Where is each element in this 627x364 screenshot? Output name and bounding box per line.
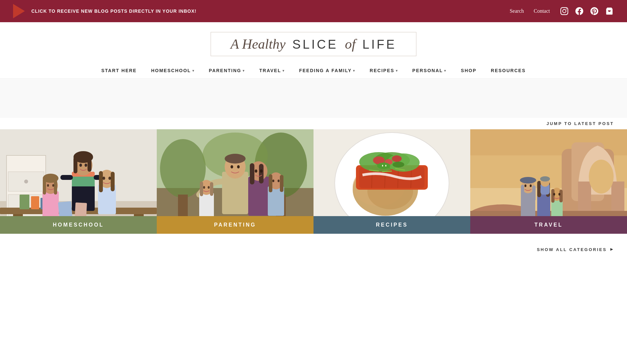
chevron-down-icon: ▾ — [282, 69, 285, 72]
svg-rect-23 — [60, 175, 73, 180]
category-card-parenting[interactable]: PARENTING — [157, 129, 314, 234]
nav-label-recipes: RECIPES — [370, 68, 394, 73]
svg-point-22 — [85, 164, 87, 167]
nav-item-parenting[interactable]: PARENTING ▾ — [202, 68, 252, 73]
svg-point-128 — [553, 193, 555, 196]
svg-rect-20 — [88, 157, 91, 172]
svg-point-51 — [237, 165, 240, 168]
svg-rect-101 — [578, 182, 591, 214]
logo-of: of — [342, 37, 359, 52]
category-card-homeschool[interactable]: HOMESCHOOL — [0, 129, 157, 234]
contact-link[interactable]: Contact — [534, 8, 550, 14]
search-link[interactable]: Search — [510, 8, 524, 14]
ad-space — [0, 79, 627, 118]
logo-script: A Healthy — [231, 37, 289, 52]
banner-right: Search Contact — [510, 7, 614, 16]
chevron-down-icon: ▾ — [444, 69, 446, 72]
banner-arrow-icon — [13, 4, 25, 18]
svg-point-56 — [255, 169, 257, 173]
svg-point-31 — [52, 184, 54, 187]
svg-point-57 — [260, 169, 263, 173]
nav-label-feeding-family: FEEDING A FAMILY — [299, 68, 352, 73]
svg-rect-111 — [521, 185, 524, 201]
svg-rect-11 — [31, 196, 39, 209]
svg-rect-126 — [551, 189, 555, 203]
nav-label-parenting: PARENTING — [209, 68, 241, 73]
svg-point-36 — [103, 177, 105, 180]
chevron-down-icon: ▾ — [396, 69, 398, 72]
svg-point-62 — [203, 186, 205, 189]
category-label-parenting: PARENTING — [157, 216, 314, 234]
svg-point-42 — [160, 139, 206, 198]
logo-caps: SLICE — [292, 38, 338, 51]
svg-point-5 — [24, 180, 28, 183]
svg-point-123 — [540, 176, 550, 182]
svg-point-69 — [278, 180, 280, 182]
instagram-icon[interactable] — [560, 7, 569, 16]
chevron-down-icon: ▾ — [192, 69, 195, 72]
svg-rect-91 — [382, 165, 383, 166]
category-card-recipes[interactable]: RECIPES — [314, 129, 470, 234]
svg-point-68 — [272, 180, 274, 182]
svg-point-89 — [377, 163, 390, 169]
nav-item-shop[interactable]: SHOP — [454, 68, 484, 73]
svg-rect-55 — [259, 164, 264, 183]
cart-icon[interactable] — [605, 7, 614, 16]
svg-rect-28 — [43, 178, 46, 195]
jump-to-latest-link[interactable]: JUMP TO LATEST POST — [546, 121, 614, 126]
nav-label-shop: SHOP — [461, 68, 476, 73]
svg-rect-58 — [199, 193, 214, 219]
nav-item-start-here[interactable]: START HERE — [94, 68, 144, 73]
svg-rect-60 — [200, 182, 203, 196]
svg-line-95 — [382, 171, 392, 172]
banner-left: CLICK TO RECEIVE NEW BLOG POSTS DIRECTLY… — [13, 4, 197, 18]
svg-point-129 — [558, 193, 560, 196]
nav-label-start-here: START HERE — [101, 68, 137, 73]
nav-label-resources: RESOURCES — [491, 68, 526, 73]
category-grid: HOMESCHOOL — [0, 129, 627, 240]
nav-item-feeding-family[interactable]: FEEDING A FAMILY ▾ — [292, 68, 362, 73]
svg-rect-54 — [250, 163, 254, 184]
svg-point-114 — [530, 184, 532, 187]
nav-item-homeschool[interactable]: HOMESCHOOL ▾ — [144, 68, 202, 73]
svg-point-87 — [392, 155, 402, 162]
nav-label-personal: PERSONAL — [412, 68, 443, 73]
jump-to-latest-area: JUMP TO LATEST POST — [0, 118, 627, 129]
svg-point-110 — [520, 177, 536, 183]
svg-point-63 — [208, 186, 210, 189]
nav-item-recipes[interactable]: RECIPES ▾ — [362, 68, 405, 73]
nav-label-travel: TRAVEL — [259, 68, 281, 73]
logo-life: LIFE — [362, 38, 396, 51]
nav-item-travel[interactable]: TRAVEL ▾ — [252, 68, 292, 73]
svg-point-21 — [79, 164, 82, 167]
svg-rect-16 — [72, 177, 95, 186]
svg-rect-102 — [611, 182, 624, 214]
show-all-categories-area: SHOW ALL CATEGORIES ► — [0, 240, 627, 265]
banner-text[interactable]: CLICK TO RECEIVE NEW BLOG POSTS DIRECTLY… — [31, 8, 197, 14]
logo-container[interactable]: A Healthy SLICE of LIFE — [211, 32, 416, 56]
nav-item-resources[interactable]: RESOURCES — [484, 68, 533, 73]
svg-point-90 — [393, 162, 404, 167]
svg-point-103 — [589, 160, 614, 194]
svg-rect-61 — [210, 182, 213, 196]
svg-rect-35 — [111, 172, 115, 191]
facebook-icon[interactable] — [575, 7, 584, 16]
pinterest-icon[interactable] — [590, 7, 599, 16]
main-nav: START HERE HOMESCHOOL ▾ PARENTING ▾ TRAV… — [0, 63, 627, 79]
category-label-recipes: RECIPES — [314, 216, 470, 234]
chevron-down-icon: ▾ — [353, 69, 355, 72]
svg-rect-67 — [280, 175, 283, 192]
svg-rect-10 — [20, 195, 29, 209]
category-label-travel: TRAVEL — [470, 216, 627, 234]
svg-point-49 — [225, 154, 246, 164]
svg-rect-66 — [269, 174, 272, 192]
nav-label-homeschool: HOMESCHOOL — [151, 68, 191, 73]
show-all-categories-link[interactable]: SHOW ALL CATEGORIES — [537, 247, 607, 252]
chevron-down-icon: ▾ — [243, 69, 245, 72]
svg-point-37 — [108, 177, 111, 180]
nav-item-personal[interactable]: PERSONAL ▾ — [405, 68, 454, 73]
category-card-travel[interactable]: TRAVEL — [470, 129, 627, 234]
svg-rect-19 — [73, 157, 77, 173]
logo-text: A Healthy SLICE of LIFE — [231, 36, 396, 52]
svg-rect-92 — [385, 165, 386, 166]
